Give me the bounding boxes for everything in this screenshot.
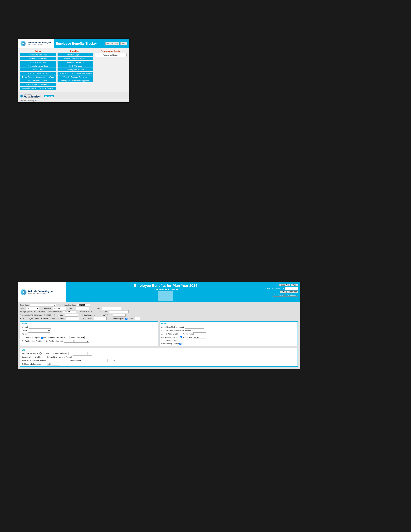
opt-out-premium-row: Opt Out Premium Eligible: Opt Out Premiu…	[22, 340, 156, 342]
optional-life-ins-elig-checkbox[interactable]	[42, 356, 44, 358]
basic-life-ins-amt-row: Basic Life Insurance Amount:	[45, 352, 88, 355]
email-current-button[interactable]: Email Current	[285, 294, 298, 297]
select-year-button[interactable]: Select Year	[279, 284, 290, 286]
profit-sharing-value: 3/1/2015	[44, 314, 51, 316]
spouse-dob-input[interactable]	[116, 359, 129, 362]
exit-button[interactable]: Exit	[120, 42, 127, 45]
track-receipt-documentation-button[interactable]: Track Receipt of Employee Documentation	[57, 72, 93, 75]
life-fields: Basic Life Ins Eligible: Basic Life Insu…	[22, 352, 296, 355]
track-special-vacation-button[interactable]: Track Special Vacation	[57, 68, 93, 71]
dental-select[interactable]	[28, 329, 50, 332]
children-life-row: Child(ren) Life Insurance:	[22, 362, 296, 365]
office-select[interactable]: Victor	[26, 307, 39, 310]
optional-life-ins-amt-input[interactable]	[73, 355, 92, 358]
office-start-date-label: Office Start Date:	[48, 311, 62, 313]
hire-date-input[interactable]	[53, 307, 66, 310]
contact-us-button[interactable]: Contact Us	[44, 95, 54, 97]
filter-button[interactable]: Filter	[280, 291, 287, 293]
office-start-date-input[interactable]	[63, 310, 76, 313]
united-way-label: Annual United Way:	[161, 340, 177, 342]
define-required-documentation-button[interactable]: Define Required Documentation by Year	[20, 76, 56, 79]
svg-point-6	[21, 95, 23, 97]
annual-amt-input[interactable]	[193, 336, 206, 339]
spouse-dob-label: DOB:	[111, 360, 115, 361]
footer-tagline: Data Utilization Partners	[24, 97, 42, 98]
opt-out-bonus-amt-input[interactable]	[60, 336, 69, 339]
medical-label: Medical:	[22, 326, 28, 328]
dob-input[interactable]	[76, 307, 89, 310]
print-current-button[interactable]: Print Current	[272, 294, 285, 297]
logo-area: Balcoda Consulting, Inc Data Utilization…	[18, 39, 54, 48]
track-pto-used-button[interactable]: Track PTO Used	[57, 64, 93, 67]
class-input[interactable]	[135, 317, 140, 320]
children-life-ins-input[interactable]	[47, 362, 60, 365]
opt-out-premium-frequency-select[interactable]	[74, 340, 89, 342]
maintain-offices-button[interactable]: Maintain Offices	[20, 68, 56, 71]
opt-out-bonus-checkbox[interactable]	[41, 337, 43, 339]
basic-life-ins-amt-input[interactable]	[68, 352, 88, 355]
maintain-pto-earned-button[interactable]: Maintain PTO Earned	[57, 61, 93, 64]
medical-select[interactable]	[29, 326, 51, 329]
admin-payroll-label: Admin Payroll:	[113, 318, 124, 320]
clear-filter-button[interactable]: Clear Filter	[287, 291, 298, 293]
maintain-medical-plans-button[interactable]: Maintain Medical Plans	[20, 53, 56, 57]
profit-sharing-elig-checkbox[interactable]	[179, 342, 181, 345]
maintain-employee-benefits-button[interactable]: Maintain Employee Benefits	[57, 57, 93, 60]
rehire-date-input[interactable]	[65, 314, 78, 317]
optional-life-ins-elig-label: Optional Life Ins Eligible:	[22, 356, 41, 358]
dept-input[interactable]	[102, 307, 121, 310]
records-missing-office-button[interactable]: Records Missing "Office"	[20, 79, 56, 82]
profit-sharing-elig-label: Profit Sharing Eligible:	[161, 343, 179, 345]
401k-eligible-checkbox[interactable]	[180, 333, 182, 335]
opt-out-premium-amt-input[interactable]	[64, 340, 74, 342]
fsa-dep-care-input[interactable]	[192, 329, 211, 332]
reports-header: Reports and Emails	[101, 50, 120, 52]
footer-copyright: © Balcoda Consulting, Inc.	[18, 100, 129, 102]
termination-date-input[interactable]	[66, 317, 79, 320]
panel2-controls: Select Year Close Filter for Text in Nam…	[265, 282, 300, 302]
children-life-ins-checkbox[interactable]	[43, 363, 45, 365]
main-menu-panel: Balcoda Consulting, Inc Data Utilization…	[18, 39, 129, 102]
records-missing-paygroup-button[interactable]: Records Missing "Pay Group" in Timberlin…	[20, 86, 56, 90]
spouse-name-input[interactable]	[82, 359, 108, 362]
track-special-performance-button[interactable]: Track Special Performance Appraisals	[57, 79, 93, 82]
admin-payroll-checkbox[interactable]	[125, 318, 128, 320]
app-title-bar: Employee Benefits Tracker Refresh Data E…	[54, 39, 129, 48]
pay-group-input[interactable]	[94, 317, 107, 320]
car-allowance-checkbox[interactable]	[180, 336, 182, 338]
health-section-title: Health	[22, 323, 156, 325]
refresh-data-button[interactable]: Refresh Data	[105, 42, 120, 45]
spouse-life-ins-amt-row: Spouse Life Insurance Amount:	[22, 359, 66, 362]
maintain-vision-plans-button[interactable]: Maintain Vision Plans	[20, 61, 56, 64]
reports-and-emails-button[interactable]: Reports and Emails	[95, 53, 127, 57]
supervisor-select[interactable]	[30, 304, 56, 306]
spouse-life-ins-amt-input[interactable]	[47, 359, 66, 362]
benefit-forms-file-locations-button[interactable]: Benefit Forms File Locations	[20, 72, 56, 75]
filter-input[interactable]	[285, 287, 298, 290]
vision-select[interactable]	[28, 332, 50, 335]
appraisal-date-input[interactable]	[77, 304, 90, 306]
united-way-input[interactable]	[177, 339, 197, 342]
basic-life-ins-elig-checkbox[interactable]	[39, 352, 42, 354]
car-allowance-elig-label: Car Allowance Eligible:	[161, 336, 179, 338]
track-performance-appraisals-button[interactable]: Track Performance Appraisals	[57, 76, 93, 79]
wc-code-input[interactable]	[113, 314, 126, 317]
per-pay-amt-input[interactable]	[193, 332, 206, 335]
filing-status-label: Filing Status:	[82, 314, 93, 316]
car-allowance-row: Car Allowance Eligible: Annual Amt:	[161, 336, 296, 339]
powered-by-text: Powered by	[24, 94, 42, 95]
life-section-title: Life	[22, 349, 296, 351]
appraisal-date-label: Appraisal Date:	[64, 304, 76, 306]
opt-out-bonus-frequency-select[interactable]: Semi-Annually	[70, 336, 85, 339]
fsa-medical-input[interactable]	[185, 326, 204, 329]
adp-dept-input[interactable]	[109, 310, 129, 313]
opt-out-premium-checkbox[interactable]	[43, 340, 45, 342]
maintain-employees-button[interactable]: Maintain Employees	[57, 53, 93, 57]
maintain-insurance-rates-button[interactable]: Maintain Insurance Rates	[20, 64, 56, 67]
spouse-life-fields: Spouse Life Insurance Amount: Spouse Nam…	[22, 359, 296, 362]
maintain-dental-plans-button[interactable]: Maintain Dental Plans	[20, 57, 56, 60]
panel1-header: Balcoda Consulting, Inc Data Utilization…	[18, 39, 129, 48]
dept-label: Dept:	[97, 307, 101, 309]
records-missing-supervisor-button[interactable]: Records Missing "Supervisor"	[20, 83, 56, 86]
close-button[interactable]: Close	[291, 284, 298, 286]
